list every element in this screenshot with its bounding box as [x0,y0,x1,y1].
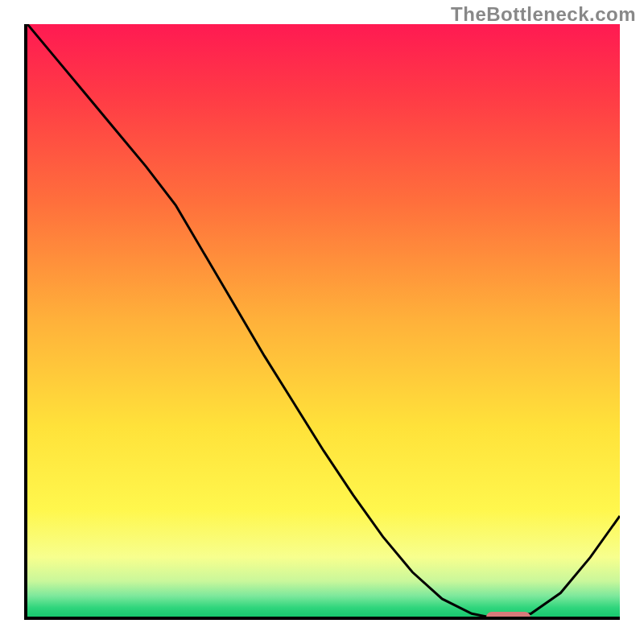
plot-area [24,24,620,620]
chart-container: TheBottleneck.com [0,0,644,644]
watermark-text: TheBottleneck.com [451,3,636,26]
optimal-range-marker [486,612,531,620]
bottleneck-curve [27,24,620,617]
